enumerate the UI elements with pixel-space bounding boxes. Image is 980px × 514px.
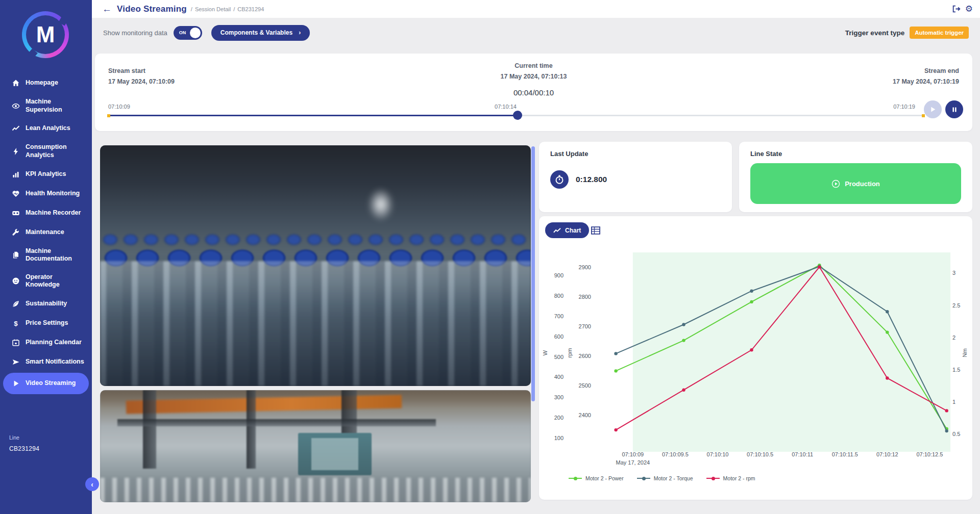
sidebar-item-label: Price Settings [26,319,68,327]
svg-text:07:10:12.5: 07:10:12.5 [916,451,943,457]
timeline-progress-fill [108,115,518,116]
sidebar-nav: HomepageMachine SupervisionLean Analytic… [0,73,92,395]
sidebar-item-smart-notifications[interactable]: Smart Notifications [3,353,89,371]
sidebar-item-label: Consumption Analytics [26,143,85,159]
chart-tab-label: Chart [565,227,581,234]
sidebar-item-label: Homepage [26,79,58,87]
sidebar-item-health-monitoring[interactable]: Health Monitoring [3,185,89,202]
timeline-mid-time: 07:10:14 [95,104,916,110]
chart-card: Chart 100200300400500600700800900W240025… [539,216,972,500]
sidebar-item-video-streaming[interactable]: Video Streaming [3,373,89,394]
svg-text:1.5: 1.5 [952,367,960,373]
play-icon [11,379,20,388]
chart-legend: Motor 2 - PowerMotor 2 - TorqueMotor 2 -… [569,475,755,481]
last-update-row: 0:12.800 [550,170,607,189]
sidebar-item-label: KPI Analytics [26,170,66,178]
machine-frame [143,390,156,469]
trigger-zone: Trigger event type Automatic trigger [845,27,969,39]
last-update-value: 0:12.800 [576,175,607,184]
sidebar-item-price-settings[interactable]: $Price Settings [3,315,89,332]
sidebar-item-machine-supervision[interactable]: Machine Supervision [3,94,89,118]
stream-end-value: 17 May 2024, 07:10:19 [893,76,959,87]
heart-icon [11,189,20,198]
video-stream-primary[interactable] [100,145,531,386]
play-circle-icon [831,179,840,188]
line-value: CB231294 [9,445,39,452]
legend-item[interactable]: Motor 2 - rpm [706,475,755,481]
svg-text:rpm: rpm [567,348,573,358]
svg-text:07:10:10: 07:10:10 [707,451,729,457]
back-button[interactable]: ← [102,4,112,15]
breadcrumb-item[interactable]: Session Detail [195,6,231,12]
trigger-event-type-label: Trigger event type [845,29,904,37]
sidebar-item-homepage[interactable]: Homepage [3,74,89,92]
timeline-thumb[interactable] [513,111,522,120]
home-icon [11,79,20,88]
sidebar-item-machine-recorder[interactable]: Machine Recorder [3,204,89,222]
sidebar-item-maintenance[interactable]: Maintenance [3,224,89,241]
breadcrumb-item[interactable]: CB231294 [237,6,264,12]
sidebar-item-planning-calendar[interactable]: Planning Calendar [3,334,89,351]
conveyor-bottles [100,478,531,502]
monitoring-toggle[interactable]: ON [174,26,202,40]
components-variables-button[interactable]: Components & Variables › [211,25,310,41]
svg-text:2600: 2600 [579,353,591,359]
pause-button[interactable] [945,100,963,118]
current-time-value: 17 May 2024, 07:10:13 [95,71,972,82]
sidebar-item-label: Maintenance [26,228,64,237]
trend-icon [11,124,20,133]
legend-item[interactable]: Motor 2 - Power [569,475,624,481]
svg-text:600: 600 [554,333,564,340]
line-state-value: Production [845,180,880,188]
video-stream-secondary[interactable] [100,390,531,502]
svg-text:2.5: 2.5 [952,302,960,309]
chart-tab-button[interactable]: Chart [545,222,589,238]
current-time-block: Current time 17 May 2024, 07:10:13 00:04… [95,61,972,99]
logo-letter: M [22,11,69,58]
svg-text:2900: 2900 [579,264,591,270]
calendar-icon [11,338,20,347]
current-time-label: Current time [95,61,972,71]
sidebar-collapse-button[interactable]: ‹ [85,477,99,491]
top-bar: ← Video Streaming /Session Detail/CB2312… [92,0,980,18]
dollar-icon: $ [11,319,20,328]
machine-frame [247,390,256,469]
leaf-icon [11,299,20,309]
sidebar-item-operator-knowledge[interactable]: Operator Knowledge [3,269,89,293]
sidebar-item-kpi-analytics[interactable]: KPI Analytics [3,166,89,183]
app-root: M HomepageMachine SupervisionLean Analyt… [0,0,980,514]
settings-gear-icon[interactable]: ⚙ [965,4,973,14]
app-logo[interactable]: M [22,11,69,58]
sidebar-item-label: Machine Supervision [26,98,85,114]
automatic-trigger-badge[interactable]: Automatic trigger [910,27,969,39]
sidebar-item-lean-analytics[interactable]: Lean Analytics [3,120,89,137]
line-state-production-banner[interactable]: Production [750,163,961,204]
svg-text:2: 2 [952,335,955,341]
chevron-left-icon: ‹ [91,480,93,489]
sidebar-item-label: Smart Notifications [26,358,84,366]
sidebar-item-machine-documentation[interactable]: Machine Documentation [3,243,89,267]
svg-text:1: 1 [952,399,955,405]
send-icon [11,357,20,367]
sidebar-item-label: Sustainability [26,300,67,308]
svg-text:07:10:09: 07:10:09 [622,451,644,457]
play-button[interactable] [924,100,942,118]
control-cabinet [298,433,371,476]
logout-icon[interactable] [952,5,961,13]
sidebar-item-sustainability[interactable]: Sustainability [3,295,89,313]
table-view-button[interactable] [590,225,601,237]
svg-text:May 17, 2024: May 17, 2024 [616,459,650,466]
legend-item[interactable]: Motor 2 - Torque [637,475,693,481]
last-update-title: Last Update [550,150,588,158]
svg-text:0.5: 0.5 [952,431,960,437]
legend-label: Motor 2 - Torque [654,475,693,481]
sidebar-item-consumption-analytics[interactable]: Consumption Analytics [3,139,89,163]
sidebar-item-label: Video Streaming [26,379,76,388]
video-list-scrollbar[interactable] [531,146,535,401]
svg-text:500: 500 [554,354,564,360]
timeline-track[interactable] [108,115,924,116]
timeline-end-time: 07:10:19 [893,104,915,110]
legend-label: Motor 2 - rpm [723,475,755,481]
svg-text:800: 800 [554,293,564,299]
line-info: Line CB231294 [9,434,39,452]
